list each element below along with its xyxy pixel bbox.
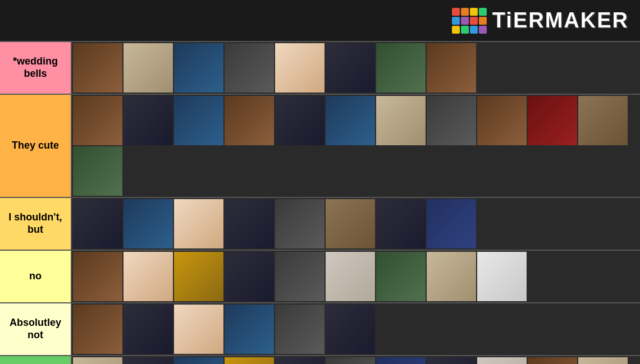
tier-content-wedding-bells — [72, 42, 640, 94]
logo-cell — [461, 17, 469, 25]
list-item — [326, 305, 375, 354]
logo: TiERMAKER — [452, 8, 629, 34]
list-item — [326, 43, 375, 93]
list-item — [124, 357, 173, 364]
list-item — [225, 305, 274, 354]
list-item — [73, 199, 122, 248]
list-item — [124, 43, 173, 93]
list-item — [326, 252, 375, 301]
list-item — [124, 305, 173, 354]
list-item — [174, 96, 223, 145]
logo-cell — [479, 17, 487, 25]
list-item — [376, 252, 426, 301]
list-item — [427, 96, 476, 145]
list-item — [124, 96, 173, 145]
tier-content-they-cute — [72, 95, 640, 197]
list-item — [477, 252, 527, 301]
list-item — [174, 305, 223, 354]
list-item — [376, 357, 426, 364]
list-item — [275, 43, 324, 93]
list-item — [73, 305, 122, 354]
list-item — [225, 43, 274, 93]
tier-content-no — [72, 251, 640, 302]
logo-cell — [461, 8, 469, 16]
list-item — [124, 252, 173, 301]
list-item — [73, 43, 122, 93]
list-item — [376, 96, 426, 145]
list-item — [578, 96, 628, 145]
list-item — [174, 252, 223, 301]
logo-cell — [461, 26, 469, 34]
tier-content-i-shouldnt — [72, 198, 640, 250]
list-item — [73, 357, 122, 364]
logo-cell — [470, 8, 478, 16]
tier-label-absolutely-not: Absolutley not — [0, 303, 72, 355]
list-item — [225, 199, 274, 248]
tier-row-i-shouldnt: I shouldn't, but — [0, 198, 640, 251]
logo-cell — [452, 8, 460, 16]
list-item — [225, 357, 274, 364]
list-item — [124, 199, 173, 248]
list-item — [477, 96, 527, 145]
list-item — [376, 43, 426, 93]
logo-cell — [470, 26, 478, 34]
logo-text: TiERMAKER — [492, 8, 629, 33]
list-item — [275, 252, 324, 301]
list-item — [275, 199, 324, 248]
logo-cell — [452, 17, 460, 25]
header: TiERMAKER — [0, 0, 640, 42]
tier-label-i-shouldnt: I shouldn't, but — [0, 198, 72, 250]
tier-row-jail: Jail — [0, 356, 640, 364]
logo-cell — [479, 26, 487, 34]
logo-cell — [479, 8, 487, 16]
tier-row-they-cute: They cute — [0, 95, 640, 198]
tier-label-no: no — [0, 251, 72, 302]
list-item — [275, 96, 324, 145]
list-item — [528, 96, 577, 145]
list-item — [174, 43, 223, 93]
list-item — [275, 305, 324, 354]
logo-cell — [470, 17, 478, 25]
tier-list: *wedding bells They cute — [0, 42, 640, 364]
list-item — [174, 199, 223, 248]
tier-row-wedding-bells: *wedding bells — [0, 42, 640, 95]
list-item — [477, 357, 527, 364]
list-item — [427, 252, 476, 301]
list-item — [326, 357, 375, 364]
tier-label-they-cute: They cute — [0, 95, 72, 197]
list-item — [578, 357, 628, 364]
logo-cell — [452, 26, 460, 34]
list-item — [326, 199, 375, 248]
tier-label-wedding-bells: *wedding bells — [0, 42, 72, 94]
logo-grid — [452, 8, 487, 34]
tier-label-jail: Jail — [0, 356, 72, 364]
list-item — [427, 199, 476, 248]
tier-content-jail — [72, 356, 640, 364]
list-item — [427, 43, 476, 93]
list-item — [73, 146, 122, 196]
list-item — [275, 357, 324, 364]
list-item — [174, 357, 223, 364]
list-item — [326, 96, 375, 145]
tier-row-no: no — [0, 251, 640, 303]
tier-row-absolutely-not: Absolutley not — [0, 303, 640, 356]
list-item — [73, 96, 122, 145]
list-item — [225, 252, 274, 301]
tier-content-absolutely-not — [72, 303, 640, 355]
list-item — [225, 96, 274, 145]
list-item — [427, 357, 476, 364]
list-item — [73, 252, 122, 301]
list-item — [376, 199, 426, 248]
list-item — [528, 357, 577, 364]
